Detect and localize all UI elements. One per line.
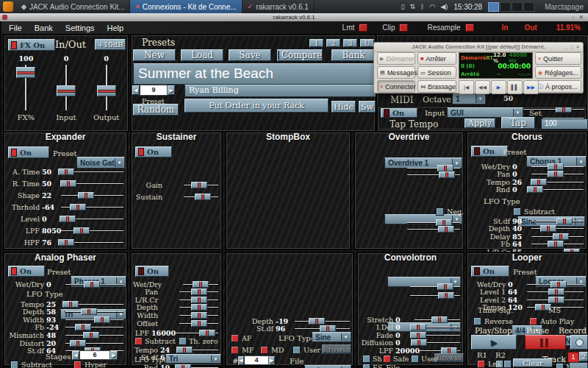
jack-titlebar[interactable]: JACK Audio Connection Kit [(par défaut)]… [374,43,583,52]
slider-knob[interactable] [58,239,74,246]
subtract-checkbox[interactable] [10,361,18,368]
menu-item[interactable]: Settings [65,24,95,32]
param-slider[interactable] [527,297,584,303]
slider-knob[interactable] [70,204,86,210]
param-slider[interactable] [410,292,460,299]
slider-knob[interactable] [548,241,564,247]
transport-button[interactable]: ▌▌ [507,80,523,94]
param-slider[interactable] [61,239,123,246]
param-slider[interactable] [527,281,584,288]
param-slider[interactable] [65,308,123,315]
param-slider[interactable] [61,180,123,187]
neg-checkbox[interactable] [436,208,444,216]
transport-button[interactable]: ◀◀ [475,80,490,94]
param-slider[interactable] [415,324,460,330]
load-button[interactable]: Load [181,49,223,61]
record-button[interactable] [570,335,588,350]
slider-knob[interactable] [527,186,543,193]
tray-icon[interactable]: ⇅ [410,3,416,10]
session-button[interactable]: ▭Session [417,66,456,79]
param-slider[interactable] [295,325,350,332]
slider-knob[interactable] [431,316,448,323]
slider-knob[interactable] [437,165,453,171]
play-stop-button[interactable]: ▶ [471,335,517,350]
tap-bpm-field[interactable]: 100 [541,118,588,130]
quick-preset-button[interactable]: U [360,39,374,47]
patchbay-button[interactable]: ⋈Brassage [417,80,456,93]
slider-knob[interactable] [553,233,569,240]
param-slider[interactable] [61,227,123,234]
safe-checkbox[interactable] [383,355,391,363]
slider-knob[interactable] [438,226,454,233]
slider-knob[interactable] [551,281,567,288]
param-slider[interactable] [184,194,218,200]
about-button[interactable]: ⓘÀ propos... [535,80,581,93]
slider-knob[interactable] [191,312,207,319]
connect-button[interactable]: ×Connecter [377,80,415,93]
rakarrack-titlebar[interactable]: rakarrack v0.6.1 ▫ ✕ [0,13,588,21]
m-checkbox[interactable] [556,363,564,368]
compare-checkbox[interactable] [278,51,279,60]
slider-knob[interactable] [193,281,209,288]
param-slider[interactable] [415,332,460,339]
settings-button[interactable]: ◉Réglages... [535,66,581,79]
param-slider[interactable] [531,171,584,177]
param-slider[interactable] [179,347,218,353]
thzero-checkbox[interactable] [179,337,187,345]
param-slider[interactable] [65,332,123,339]
tap-button[interactable]: Tap [501,117,535,129]
taskbar-window-button[interactable]: ◆ JACK Audio Connection Kit... [16,0,130,13]
param-slider[interactable] [531,241,584,247]
param-slider[interactable] [179,312,218,319]
author-field[interactable]: Ryan Billing [184,85,377,97]
chevron-down-icon[interactable]: ▼ [476,94,484,103]
slider-knob[interactable] [75,324,91,330]
param-slider[interactable] [407,171,460,178]
tray-icon[interactable]: ᛒ [420,3,424,10]
param-slider[interactable] [531,179,584,185]
menu-item[interactable]: Bank [35,24,53,32]
param-slider[interactable] [61,216,123,222]
slider-knob[interactable] [62,301,79,308]
slider-knob[interactable] [191,304,207,311]
pause-button[interactable]: ▌▌ [525,335,566,350]
slider-knob[interactable] [83,332,99,339]
param-slider[interactable] [179,289,218,295]
tap-input-combo[interactable]: GUI▼ [447,107,523,118]
compare-button[interactable]: Compare [277,49,323,61]
slider-knob[interactable] [195,194,211,200]
param-slider[interactable] [61,204,123,210]
new-button[interactable]: New [133,49,176,61]
phaser-on-button[interactable]: On [8,266,45,277]
param-slider[interactable] [407,165,460,171]
quick-preset-button[interactable]: 2 [326,39,340,47]
quick-preset-button[interactable]: 3 [343,39,357,47]
app-launcher-icon[interactable] [3,1,13,12]
echotron-lfo-combo[interactable]: Sine▼ [312,332,351,342]
user-checkbox[interactable] [293,346,301,354]
messages-button[interactable]: ▤Messages [377,66,415,79]
user-checkbox[interactable] [411,355,419,363]
af-checkbox[interactable] [231,334,239,342]
expander-on-button[interactable]: On [8,146,49,158]
slider-knob[interactable] [57,85,76,96]
param-slider[interactable] [295,318,350,325]
window-controls[interactable]: _ □ × [564,43,580,52]
slider-knob[interactable] [191,182,207,188]
lnk-checkbox[interactable] [503,360,512,368]
preset-next-button[interactable]: ▶ [168,85,175,95]
md-checkbox[interactable] [260,346,268,354]
track-time-field[interactable] [569,362,588,368]
param-slider[interactable] [61,169,123,175]
param-slider[interactable] [61,192,123,199]
reverse-checkbox[interactable] [473,317,481,325]
slider-knob[interactable] [191,297,207,303]
slider-knob[interactable] [60,180,76,187]
param-slider[interactable] [179,304,218,311]
param-slider[interactable] [415,316,460,323]
echotron-file-combo[interactable]: SwingPong▼ [304,365,351,368]
es-checkbox[interactable] [362,364,370,368]
slider-knob[interactable] [548,171,564,177]
param-slider[interactable] [407,226,460,233]
clock[interactable]: 15:30:28 [453,3,482,11]
